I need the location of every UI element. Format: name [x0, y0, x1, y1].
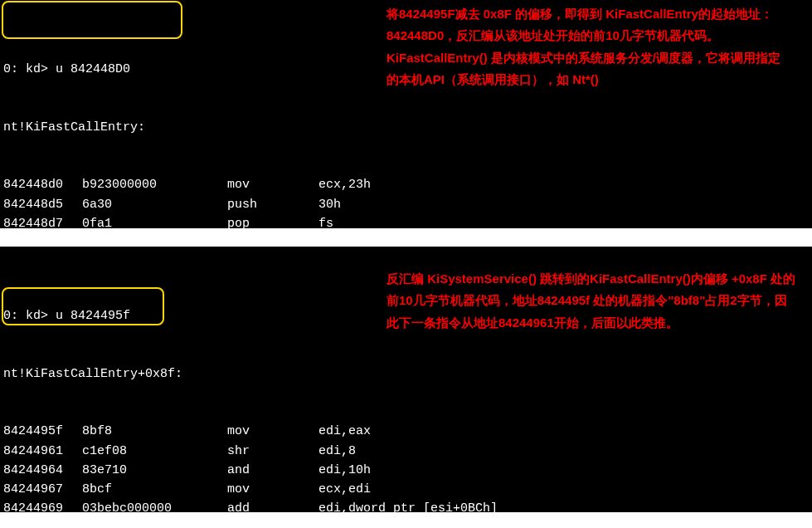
addr-cell: 84244961	[3, 442, 82, 461]
addr-cell: 84244969	[3, 499, 82, 518]
mnemonic-cell: mov	[227, 175, 318, 194]
addr-cell: 842448d7	[3, 214, 82, 233]
bytes-cell: 03bebc000000	[82, 499, 227, 518]
symbol-label: nt!KiFastCallEntry:	[3, 118, 809, 137]
highlight-annotation	[2, 1, 182, 39]
operands-cell: ebx,eax	[318, 519, 371, 529]
disasm-row: 842449678bcfmovecx,edi	[3, 480, 809, 499]
symbol-label: nt!KiFastCallEntry+0x8f:	[3, 364, 809, 384]
disasm-row: 8424496903bebc000000addedi,dword ptr [es…	[3, 499, 809, 518]
operands-cell: edi,10h	[318, 461, 371, 480]
annotation-comment: 将8424495F减去 0x8F 的偏移，即得到 KiFastCallEntry…	[387, 3, 793, 90]
mnemonic-cell: push	[227, 195, 318, 214]
bytes-cell: 8bd8	[82, 519, 227, 529]
mnemonic-cell: pop	[227, 214, 318, 233]
mnemonic-cell: mov	[227, 519, 318, 529]
debugger-output-bottom: 0: kd> u 8424495f nt!KiFastCallEntry+0x8…	[0, 247, 812, 512]
operands-cell: edi,eax	[318, 422, 371, 441]
mnemonic-cell: add	[227, 499, 318, 518]
disasm-row: 84244961c1ef08shredi,8	[3, 442, 809, 461]
addr-cell: 842448d0	[3, 175, 82, 194]
operands-cell: fs	[318, 214, 333, 233]
mnemonic-cell: mov	[227, 480, 318, 499]
addr-cell: 842448d5	[3, 195, 82, 214]
bytes-cell: b923000000	[82, 175, 227, 194]
disasm-row: 842448d70fa1popfs	[3, 214, 809, 233]
bytes-cell: 8bf8	[82, 422, 227, 441]
mnemonic-cell: and	[227, 461, 318, 480]
annotation-comment: 反汇编 KiSystemService() 跳转到的KiFastCallEntr…	[387, 268, 798, 334]
addr-cell: 8424496f	[3, 519, 82, 529]
bytes-cell: 8bcf	[82, 480, 227, 499]
bytes-cell: 6a30	[82, 195, 227, 214]
operands-cell: ecx,23h	[318, 175, 371, 194]
operands-cell: ecx,edi	[318, 480, 371, 499]
disasm-row: 842448d0b923000000movecx,23h	[3, 175, 809, 194]
mnemonic-cell: mov	[227, 422, 318, 441]
bytes-cell: 0fa1	[82, 214, 227, 233]
operands-cell: edi,8	[318, 442, 356, 461]
mnemonic-cell: shr	[227, 442, 318, 461]
operands-cell: 30h	[318, 195, 341, 214]
disasm-row: 8424496483e710andedi,10h	[3, 461, 809, 480]
debugger-output-top: 0: kd> u 842448D0 nt!KiFastCallEntry: 84…	[0, 0, 812, 228]
addr-cell: 8424495f	[3, 422, 82, 441]
bytes-cell: 83e710	[82, 461, 227, 480]
addr-cell: 84244967	[3, 480, 82, 499]
disasm-row: 842448d56a30push30h	[3, 195, 809, 214]
addr-cell: 84244964	[3, 461, 82, 480]
disasm-row: 8424495f8bf8movedi,eax	[3, 422, 809, 441]
disasm-row: 8424496f8bd8movebx,eax	[3, 519, 809, 529]
bytes-cell: c1ef08	[82, 442, 227, 461]
operands-cell: edi,dword ptr [esi+0BCh]	[318, 499, 498, 518]
